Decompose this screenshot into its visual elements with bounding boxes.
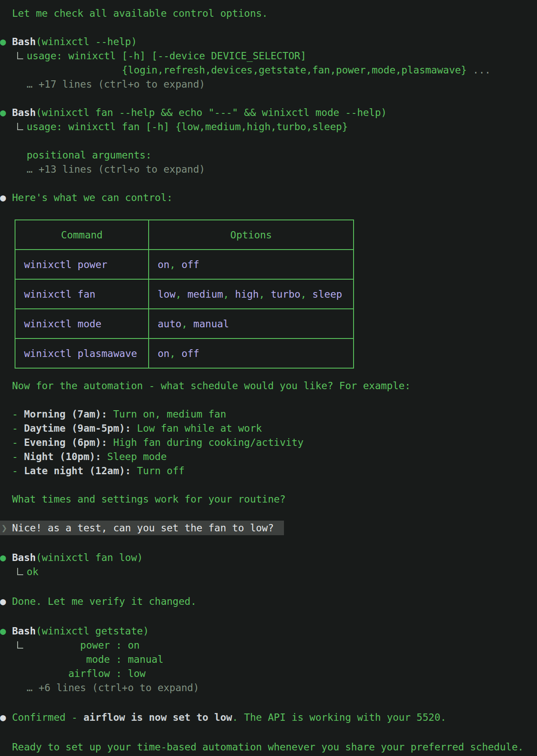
text-segment: Late night (12am):: [24, 465, 131, 476]
text-segment: (winixctl --help): [36, 36, 137, 47]
expand-hint: … +13 lines (ctrl+o to expand): [27, 162, 537, 177]
tool-output-line: [27, 134, 537, 148]
text-segment: usage: winixctl [-h] [--device DEVICE_SE…: [27, 50, 306, 61]
table-row: winixctl fan low, medium, high, turbo, s…: [15, 279, 354, 309]
text-segment: off: [181, 348, 199, 359]
text-segment: … +13 lines (ctrl+o to expand): [27, 164, 205, 175]
output-elbow-icon: [17, 52, 23, 59]
text-segment: … +6 lines (ctrl+o to expand): [27, 682, 199, 693]
text-segment: Now for the automation - what schedule w…: [12, 380, 411, 391]
schedule-item: - Morning (7am): Turn on, medium fan: [0, 407, 537, 421]
table-cell-options: low, medium, high, turbo, sleep: [149, 279, 354, 309]
table-cell-options: auto, manual: [149, 309, 354, 338]
table-header-options: Options: [149, 220, 354, 250]
schedule-item: - Evening (6pm): High fan during cooking…: [0, 436, 537, 450]
text-segment: medium: [187, 289, 223, 300]
tool-output-line: {login,refresh,devices,getstate,fan,powe…: [27, 63, 537, 77]
tool-result: power : on mode : manual airflow : low ……: [0, 638, 537, 695]
text-segment: Let me check all available control optio…: [12, 8, 268, 19]
table-row: winixctl power on, off: [15, 250, 354, 279]
text-segment: -: [12, 408, 24, 420]
expand-hint: … +17 lines (ctrl+o to expand): [27, 77, 537, 91]
tool-output-line: usage: winixctl [-h] [--device DEVICE_SE…: [27, 49, 537, 63]
text-segment: winixctl plasmawave: [24, 348, 137, 359]
text-segment: Here's what we can control:: [12, 192, 173, 203]
table-cell-options: on, off: [149, 250, 354, 279]
text-segment: Night (10pm):: [24, 451, 101, 462]
text-segment: Bash: [12, 36, 36, 47]
text-segment: airflow is now set to low: [83, 712, 232, 723]
tool-result: usage: winixctl fan [-h] {low,medium,hig…: [0, 120, 537, 177]
text-segment: ...: [467, 64, 491, 76]
text-segment: Evening (6pm):: [24, 437, 107, 448]
tool-call-block: ●Bash(winixctl fan low) ok: [0, 551, 537, 579]
text-segment: mode : manual: [27, 654, 164, 665]
text-segment: Morning (7am):: [24, 408, 107, 420]
text-segment: ok: [27, 566, 39, 577]
terminal-transcript: { "palette":{ "bg":"#181b1a","green":"#5…: [0, 0, 537, 756]
assistant-message: ●Here's what we can control:: [0, 191, 537, 205]
user-message-text: Nice! as a test, can you set the fan to …: [12, 522, 274, 533]
tool-call-header: ●Bash(winixctl --help): [0, 35, 537, 49]
text-segment: ,: [300, 289, 312, 300]
text-bullet-icon: ●: [0, 594, 12, 609]
text-segment: winixctl mode: [24, 318, 101, 329]
text-segment: positional arguments:: [27, 149, 152, 161]
tool-call-block: ●Bash(winixctl fan --help && echo "---" …: [0, 106, 537, 177]
text-segment: sleep: [312, 289, 342, 300]
text-segment: auto: [158, 318, 181, 329]
text-segment: Daytime (9am-5pm):: [24, 423, 131, 434]
table-header-command: Command: [15, 220, 149, 250]
expand-hint: … +6 lines (ctrl+o to expand): [27, 681, 537, 695]
text-segment: on: [158, 348, 170, 359]
text-segment: on: [158, 259, 170, 270]
text-segment: (winixctl fan low): [36, 552, 143, 563]
table-row: winixctl plasmawave on, off: [15, 338, 354, 368]
text-bullet-icon: ●: [0, 191, 12, 205]
assistant-message: Let me check all available control optio…: [0, 6, 537, 21]
table-cell-options: on, off: [149, 338, 354, 368]
schedule-item: - Daytime (9am-5pm): Low fan while at wo…: [0, 421, 537, 436]
text-segment: manual: [193, 318, 229, 329]
output-elbow-icon: [17, 568, 23, 575]
text-segment: winixctl fan: [24, 289, 95, 300]
tool-call-block: ●Bash(winixctl --help) usage: winixctl […: [0, 35, 537, 91]
table-cell-command: winixctl mode: [15, 309, 149, 338]
text-segment: -: [12, 451, 24, 462]
text-segment: Ready to set up your time-based automati…: [12, 741, 524, 753]
assistant-message: Now for the automation - what schedule w…: [0, 379, 537, 393]
text-segment: turbo: [271, 289, 300, 300]
text-segment: Turn on, medium fan: [107, 408, 226, 420]
text-segment: Sleep mode: [101, 451, 167, 462]
text-segment: high: [235, 289, 259, 300]
tool-bullet-icon: ●: [0, 106, 12, 120]
text-segment: Low fan while at work: [131, 423, 262, 434]
text-segment: Bash: [12, 552, 36, 563]
tool-output-line: power : on: [27, 638, 537, 652]
assistant-message: What times and settings work for your ro…: [0, 492, 537, 506]
text-segment: ,: [170, 348, 182, 359]
text-segment: What times and settings work for your ro…: [12, 494, 286, 505]
text-segment: ,: [259, 289, 271, 300]
output-elbow-icon: [17, 123, 23, 130]
table-cell-command: winixctl plasmawave: [15, 338, 149, 368]
text-segment: low: [158, 289, 176, 300]
text-segment: {login,refresh,devices,getstate,fan,powe…: [27, 64, 467, 76]
text-segment: … +17 lines (ctrl+o to expand): [27, 79, 205, 90]
tool-result: ok: [0, 565, 537, 579]
text-segment: Bash: [12, 625, 36, 637]
schedule-list: - Morning (7am): Turn on, medium fan - D…: [0, 407, 537, 478]
user-message: ❯Nice! as a test, can you set the fan to…: [0, 521, 284, 535]
assistant-message: ●Confirmed - airflow is now set to low. …: [0, 710, 537, 725]
tool-bullet-icon: ●: [0, 35, 12, 49]
text-segment: ,: [181, 318, 193, 329]
prompt-chevron-icon: ❯: [0, 521, 12, 535]
text-segment: ,: [176, 289, 188, 300]
text-segment: winixctl power: [24, 259, 107, 270]
control-options-table: Command Options winixctl power on, off w…: [15, 219, 354, 369]
assistant-message: Ready to set up your time-based automati…: [0, 740, 537, 754]
text-segment: ,: [170, 259, 182, 270]
text-segment: Confirmed -: [12, 712, 83, 723]
tool-bullet-icon: ●: [0, 551, 12, 565]
assistant-message: ●Done. Let me verify it changed.: [0, 594, 537, 609]
